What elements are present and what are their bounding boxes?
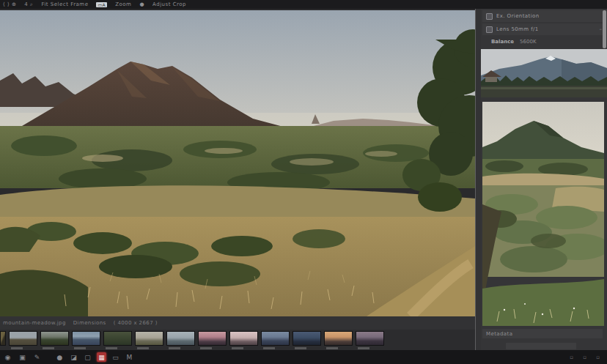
thumbnail-caption-bar	[232, 347, 243, 349]
main-photo-landscape	[0, 10, 475, 316]
thumbnail-caption-bar	[74, 347, 86, 349]
thumbnail-caption-bar	[358, 347, 369, 349]
filmstrip-thumbnail[interactable]	[135, 331, 163, 346]
app-icon-3[interactable]: ▢	[83, 352, 92, 362]
thumbnail-caption-bar	[11, 347, 23, 349]
panel-row-lens[interactable]: Lens 50mm f/1 –	[482, 23, 606, 35]
thumbnail-caption-bar	[200, 347, 212, 349]
metadata-section-header[interactable]: Metadata	[482, 329, 603, 338]
empty-metadata-row	[506, 343, 576, 349]
filmstrip-thumbnail[interactable]	[103, 331, 132, 346]
thumbnail-caption-bar	[169, 347, 180, 349]
status-dimensions-label: Dimensions	[73, 320, 106, 326]
toolbar-nav-buttons[interactable]: ⟨ ⟩ ⊕	[3, 1, 16, 7]
toolbar-zoom-buttons[interactable]: 4 ⌕	[24, 1, 33, 7]
large-preview-image	[482, 102, 604, 326]
status-filename: mountain-meadow.jpg	[3, 320, 66, 326]
toolbar-zoom-label[interactable]: Zoom	[115, 1, 131, 7]
orientation-label: Ex. Orientation	[496, 13, 602, 19]
status-dimensions-value: ( 4000 x 2667 )	[114, 320, 158, 326]
top-toolbar: ⟨ ⟩ ⊕ 4 ⌕ Fit Select Frame ▭A Zoom ● Adj…	[0, 0, 607, 9]
preview-thumbnail-pano[interactable]	[481, 49, 607, 97]
files-launcher-icon[interactable]: ▣	[18, 352, 27, 362]
collapse-icon[interactable]: –	[600, 26, 603, 32]
thumbnail-caption-bar	[326, 347, 338, 349]
balance-label: Balance	[491, 39, 514, 45]
thumbnail-caption-bar	[295, 347, 306, 349]
preview-thumbnail-large[interactable]	[482, 102, 604, 326]
filmstrip-thumbnail[interactable]	[166, 331, 195, 346]
start-menu-icon[interactable]: ◉	[3, 352, 12, 362]
thumbnail-caption-bar	[137, 347, 149, 349]
thumbnail-caption-bar	[43, 347, 54, 349]
image-status-bar: mountain-meadow.jpg Dimensions ( 4000 x …	[0, 316, 475, 330]
tray-icon-2[interactable]: ▫	[581, 354, 588, 360]
lens-icon	[486, 26, 493, 33]
balance-value: 5600K	[520, 39, 536, 45]
filmstrip-thumbnail[interactable]	[198, 331, 227, 346]
taskbar-launchers: ◉ ▣ ✎	[3, 352, 42, 362]
metadata-label: Metadata	[486, 331, 512, 337]
main-area: mountain-meadow.jpg Dimensions ( 4000 x …	[0, 9, 607, 350]
editor-column: mountain-meadow.jpg Dimensions ( 4000 x …	[0, 9, 475, 350]
app-icon-6[interactable]: M	[125, 352, 134, 362]
filmstrip-thumbnail[interactable]	[293, 331, 321, 346]
thumbnail-caption-bar	[263, 347, 275, 349]
os-taskbar: ◉ ▣ ✎ ● ◪ ▢ ▦ ▭ M ▫ ▫ ▫	[0, 350, 607, 364]
filmstrip-thumbnail[interactable]	[356, 331, 384, 346]
app-icon-1[interactable]: ●	[55, 352, 65, 362]
filmstrip-thumbnail[interactable]	[229, 331, 258, 346]
filmstrip[interactable]	[0, 330, 475, 350]
panel-row-orientation[interactable]: Ex. Orientation	[482, 10, 606, 22]
panel-scrollbar[interactable]	[603, 10, 606, 48]
filmstrip-thumbnail[interactable]	[0, 331, 6, 346]
app-icon-5[interactable]: ▭	[111, 352, 120, 362]
toolbar-dot-icon: ●	[139, 1, 144, 7]
tray-icon-3[interactable]: ▫	[595, 354, 601, 360]
filmstrip-thumbnail[interactable]	[72, 331, 100, 346]
taskbar-apps: ● ◪ ▢ ▦ ▭ M	[55, 352, 134, 362]
filmstrip-thumbnail[interactable]	[9, 331, 37, 346]
filmstrip-thumbnail[interactable]	[324, 331, 353, 346]
toolbar-highlighted-icon[interactable]: ▭A	[96, 2, 107, 7]
tray-icon-1[interactable]: ▫	[568, 354, 575, 360]
active-app-icon[interactable]: ▦	[97, 352, 106, 362]
image-viewport[interactable]	[0, 9, 475, 316]
metadata-panel: Ex. Orientation Lens 50mm f/1 – Balance …	[481, 9, 607, 350]
panel-divider[interactable]	[475, 9, 481, 350]
toolbar-adjust-buttons[interactable]: Adjust Crop	[152, 1, 186, 7]
thumbnail-caption-bar	[106, 347, 117, 349]
lens-label: Lens 50mm f/1	[496, 26, 596, 32]
toolbar-fit-buttons[interactable]: Fit Select Frame	[41, 1, 88, 7]
pano-preview-image	[481, 49, 607, 97]
editor-launcher-icon[interactable]: ✎	[32, 352, 42, 362]
filmstrip-thumbnail[interactable]	[40, 331, 69, 346]
filmstrip-thumbnail[interactable]	[261, 331, 290, 346]
panel-row-balance[interactable]: Balance 5600K	[488, 37, 606, 46]
app-icon-2[interactable]: ◪	[69, 352, 78, 362]
system-tray: ▫ ▫ ▫	[568, 354, 601, 360]
orientation-icon	[486, 13, 493, 20]
